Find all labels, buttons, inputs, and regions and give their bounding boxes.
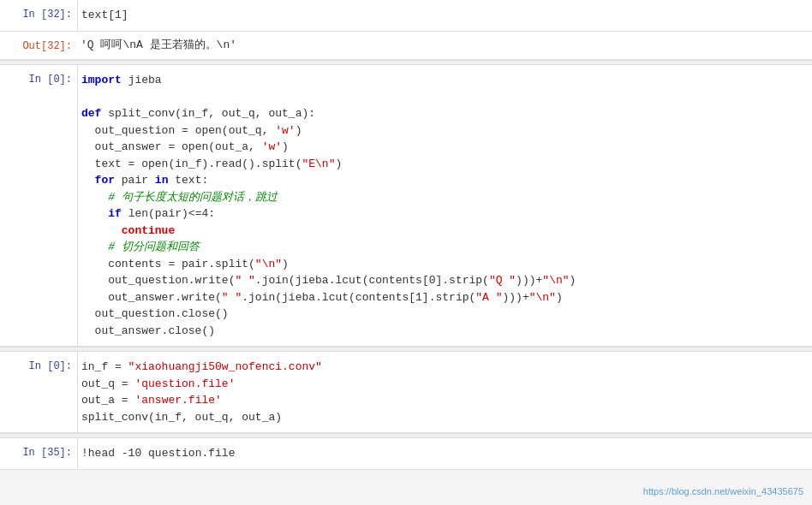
cell-2-label: In [0]: [0, 65, 77, 346]
cell-4-code[interactable]: !head -10 question.file [77, 438, 812, 469]
cell-3-label: In [0]: [0, 352, 77, 432]
notebook: In [32]: text[1] Out[32]: 'Q 呵呵\nA 是王若猫的… [0, 0, 812, 505]
cell-1-output-label: Out[32]: [0, 32, 77, 60]
cell-4-input: In [35]: !head -10 question.file [0, 438, 812, 470]
cell-1-output: Out[32]: 'Q 呵呵\nA 是王若猫的。\n' [0, 32, 812, 61]
code-block-2: import jieba def split_conv(in_f, out_q,… [81, 72, 803, 339]
cell-1-output-content: 'Q 呵呵\nA 是王若猫的。\n' [77, 32, 812, 60]
cell-3-input: In [0]: in_f = "xiaohuangji50w_nofenci.c… [0, 352, 812, 433]
cell-3-code[interactable]: in_f = "xiaohuangji50w_nofenci.conv" out… [77, 352, 812, 432]
output-value: 'Q 呵呵\nA 是王若猫的。\n' [81, 39, 236, 51]
code-block-3: in_f = "xiaohuangji50w_nofenci.conv" out… [81, 359, 803, 425]
cell-1-label: In [32]: [0, 0, 77, 31]
cell-2-input: In [0]: import jieba def split_conv(in_f… [0, 65, 812, 347]
watermark: https://blog.csdn.net/weixin_43435675 [643, 486, 803, 496]
cell-1-code[interactable]: text[1] [77, 0, 812, 31]
code-text: text[1] [81, 7, 803, 24]
cell-2-code[interactable]: import jieba def split_conv(in_f, out_q,… [77, 65, 812, 346]
cell-1-input: In [32]: text[1] [0, 0, 812, 32]
code-block-4: !head -10 question.file [81, 445, 803, 462]
cell-4-label: In [35]: [0, 438, 77, 469]
